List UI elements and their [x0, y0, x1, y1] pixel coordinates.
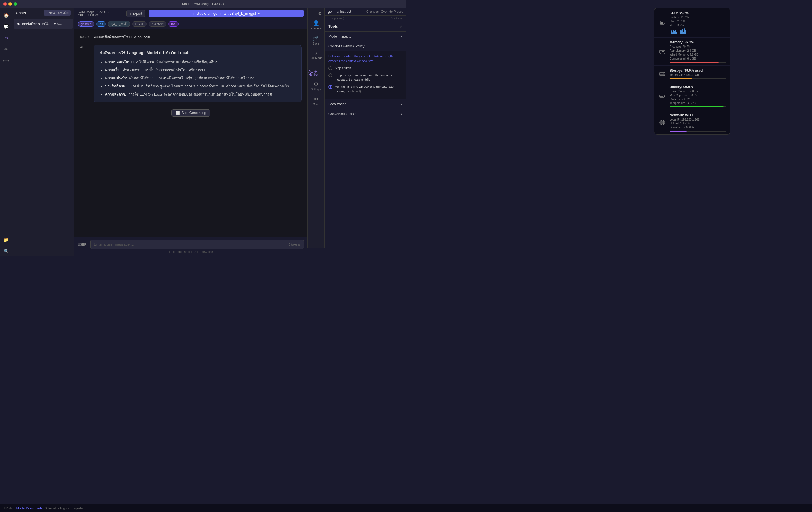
model-inspector-header[interactable]: Model Inspector › — [324, 32, 406, 41]
sidebar-header: Chats + New Chat ⌘N — [12, 8, 74, 18]
message-input-container[interactable]: Enter a user message ... 0 tokens — [90, 240, 304, 249]
tag-plaintext[interactable]: plaintext — [149, 22, 166, 27]
store-label: Store — [313, 42, 319, 45]
activity-monitor-icon: 〰 — [314, 65, 318, 70]
traffic-lights — [3, 2, 17, 6]
tools-panel: Tools ⤢ Model Inspector › Context Overfl… — [324, 22, 406, 119]
info-icon: ⓘ — [124, 22, 127, 26]
minimize-button[interactable] — [8, 2, 12, 6]
sidebar-item-1[interactable]: จงบอกข้อดีของการใช้ LLM o... ✏ 🗑 — [13, 19, 73, 28]
ai-point-1-text: LLM ไม่มีความเสี่ยงในการส่งผลต่อระบบหรือ… — [132, 60, 218, 64]
export-button[interactable]: ↑ Export — [126, 10, 145, 17]
app-container: 🏠 💬 ✉ ✏ ⟺ 📁 🔍 Chats + New Chat ⌘N จงบอกข… — [0, 8, 406, 256]
right-icon-store[interactable]: 🛒 Store — [309, 33, 323, 47]
more-label: More — [313, 103, 319, 106]
conversation-notes-header[interactable]: Conversation Notes › — [324, 109, 406, 119]
stop-icon: ⬜ — [176, 111, 180, 115]
right-icon-activity-monitor[interactable]: 〰 Activity Monitor — [309, 63, 323, 78]
stop-label: Stop Generating — [181, 111, 206, 115]
rolling-window-default: (default) — [350, 90, 361, 93]
radio-stop-at-limit[interactable]: Stop at limit — [328, 66, 402, 70]
ram-value: 1.43 GB — [97, 10, 108, 14]
tag-gemma[interactable]: gemma — [78, 22, 94, 27]
context-overflow-header[interactable]: Context Overflow Policy ˅ — [324, 42, 406, 51]
delete-icon[interactable]: 🗑 — [66, 22, 70, 26]
right-icon-self-made[interactable]: ↗ Self-Made — [309, 48, 323, 63]
store-icon: 🛒 — [313, 35, 319, 42]
tools-title: Tools — [328, 24, 338, 28]
dropdown-icon: ▾ — [258, 11, 260, 16]
right-icon-settings[interactable]: ⚙ Settings — [309, 78, 323, 93]
context-overflow-label: Context Overflow Policy — [328, 44, 364, 48]
context-overflow-chevron: ˅ — [400, 44, 402, 48]
ai-point-3-label: ความแม่นยำ: — [105, 76, 127, 80]
config-row-system-prompt: ... (optional) 0 tokens — [324, 16, 406, 22]
changes-button[interactable]: Changes — [366, 10, 379, 13]
localization-chevron: › — [401, 102, 402, 106]
nav-folder[interactable]: 📁 — [1, 235, 11, 245]
input-user-label: USER — [78, 243, 88, 246]
runners-label: Runners — [311, 27, 321, 30]
ai-point-4: ประสิทธิภาพ: LLM มีประสิทธิภาพสูงมาก โดย… — [105, 84, 296, 89]
right-icon-runners[interactable]: 👤 Runners — [309, 18, 323, 32]
model-name: lmstudio-ai · gemma it 2B q4_k_m gguf — [193, 11, 256, 16]
ai-message-row: AI ข้อดีของการใช้ Language Model (LLM) O… — [80, 45, 302, 103]
input-placeholder: Enter a user message ... — [94, 242, 134, 246]
close-button[interactable] — [3, 2, 7, 6]
ai-point-2: ความเร็ว: คำตอบจาก LLM นั้นเร็วกว่าการคำ… — [105, 68, 296, 73]
radio-rolling-window[interactable]: Maintain a rolling window and truncate p… — [328, 85, 402, 93]
runners-icon: 👤 — [313, 20, 319, 26]
ai-point-4-label: ประสิทธิภาพ: — [105, 84, 126, 88]
radio-keep-system-truncate[interactable]: Keep the system prompt and the first use… — [328, 73, 402, 82]
usage-info: RAM Usage 1.43 GB CPU: 51.90 % — [78, 10, 123, 17]
tag-2b[interactable]: 2B — [96, 22, 106, 27]
nav-search[interactable]: 🔍 — [1, 246, 11, 256]
right-icon-more[interactable]: ••• More — [309, 94, 323, 108]
tool-section-model-inspector: Model Inspector › — [324, 32, 406, 42]
localization-header[interactable]: Localization › — [324, 99, 406, 109]
preset-model-label: gemma Instruct — [328, 9, 364, 14]
self-made-label: Self-Made — [310, 56, 323, 59]
tool-section-context-overflow: Context Overflow Policy ˅ Behavior for w… — [324, 42, 406, 99]
user-message-text: จงบอกข้อดีของการใช้ LLM on local — [94, 34, 302, 41]
ai-point-2-label: ความเร็ว: — [105, 68, 120, 72]
ai-point-1: ความปลอดภัย: LLM ไม่มีความเสี่ยงในการส่ง… — [105, 59, 296, 65]
ai-point-5-label: ความสะดวก: — [105, 92, 126, 97]
ai-point-4-text: LLM มีประสิทธิภาพสูงมาก โดยสามารถประมวลผ… — [129, 84, 289, 88]
ai-point-3: ความแม่นยำ: คำตอบที่ได้จาก LLM เทคนิคการ… — [105, 75, 296, 81]
settings-icon: ⚙ — [314, 81, 318, 87]
ai-point-1-label: ความปลอดภัย: — [105, 60, 129, 64]
sidebar: Chats + New Chat ⌘N จงบอกข้อดีของการใช้ … — [12, 8, 75, 256]
edit-icon[interactable]: ✏ — [62, 22, 65, 26]
sidebar-item-text-1: จงบอกข้อดีของการใช้ LLM o... — [17, 21, 62, 26]
input-area: USER Enter a user message ... 0 tokens ↵… — [75, 237, 307, 256]
tag-ma[interactable]: ma — [168, 22, 178, 27]
top-right-area: ⚙ 👤 Runners 🛒 Store ↗ Self-Made 〰 Activi… — [307, 8, 406, 248]
export-icon: ↑ — [129, 11, 131, 16]
chat-area: USER จงบอกข้อดีของการใช้ LLM on local AI… — [75, 29, 307, 237]
nav-home[interactable]: 🏠 — [1, 10, 11, 20]
model-selector-button[interactable]: lmstudio-ai · gemma it 2B q4_k_m gguf ▾ — [149, 9, 304, 17]
tools-expand-icon[interactable]: ⤢ — [399, 25, 402, 28]
top-bar: RAM Usage 1.43 GB CPU: 51.90 % ↑ Export … — [75, 8, 307, 19]
nav-chat[interactable]: 💬 — [1, 22, 11, 32]
new-chat-button[interactable]: + New Chat ⌘N — [44, 10, 71, 16]
maximize-button[interactable] — [13, 2, 17, 6]
tag-gguf[interactable]: GGUF — [132, 22, 147, 27]
ai-list: ความปลอดภัย: LLM ไม่มีความเสี่ยงในการส่ง… — [99, 59, 296, 98]
settings-gear-icon[interactable]: ⚙ — [318, 11, 322, 16]
tag-q4km[interactable]: Q4_K_M ⓘ — [108, 21, 130, 27]
nav-code[interactable]: ⟺ — [1, 55, 11, 65]
export-label: Export — [132, 11, 142, 16]
nav-messages[interactable]: ✉ — [1, 33, 11, 43]
tag-q4km-label: Q4_K_M — [111, 22, 123, 26]
cpu-value: 51.90 % — [88, 14, 99, 17]
context-overflow-desc: Behavior for when the generated tokens l… — [328, 54, 402, 63]
radio-keep-system-truncate-label: Keep the system prompt and the first use… — [335, 73, 402, 82]
radio-stop-at-limit-circle — [328, 66, 332, 70]
nav-edit[interactable]: ✏ — [1, 44, 11, 54]
stop-generating-button[interactable]: ⬜ Stop Generating — [171, 109, 210, 116]
override-preset-button[interactable]: Override Preset — [381, 10, 403, 13]
left-icon-bar: 🏠 💬 ✉ ✏ ⟺ 📁 🔍 — [0, 8, 12, 256]
settings-label: Settings — [311, 88, 321, 91]
